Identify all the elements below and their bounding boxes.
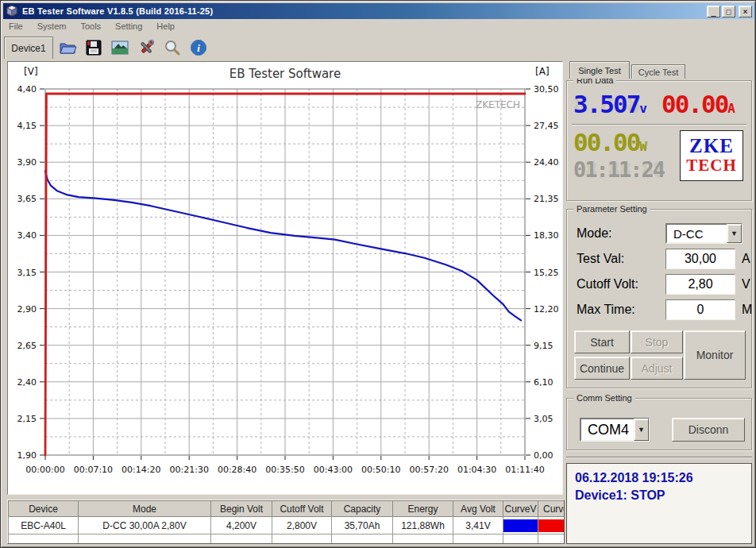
table-row-empty — [9, 534, 565, 545]
menu-system[interactable]: System — [37, 21, 67, 31]
svg-text:4,40: 4,40 — [17, 84, 37, 95]
status-device-state: Device1: STOP — [575, 487, 743, 504]
tab-device1[interactable]: Device1 — [4, 37, 53, 59]
chevron-down-icon[interactable]: ▼ — [634, 419, 649, 441]
zoom-button[interactable] — [160, 37, 184, 59]
svg-text:00:50:10: 00:50:10 — [361, 465, 400, 475]
stop-button[interactable]: Stop — [631, 330, 683, 353]
table-header-row: Device Mode Begin Volt Cutoff Volt Capac… — [9, 501, 565, 517]
svg-text:12,20: 12,20 — [534, 304, 559, 315]
svg-text:00:00:00: 00:00:00 — [25, 465, 64, 475]
svg-text:ZKETECH: ZKETECH — [476, 99, 520, 110]
svg-text:2,65: 2,65 — [17, 341, 37, 351]
svg-text:30,50: 30,50 — [534, 84, 559, 95]
save-icon — [84, 38, 103, 57]
voltage-display: 8.8883.507v — [573, 92, 647, 117]
app-icon — [6, 5, 18, 17]
info-icon: i — [189, 38, 208, 57]
close-button[interactable]: × — [739, 6, 752, 17]
svg-text:00:35:50: 00:35:50 — [265, 465, 304, 475]
chevron-down-icon[interactable]: ▼ — [727, 224, 742, 243]
results-table: Device Mode Begin Volt Cutoff Volt Capac… — [8, 500, 565, 544]
cell-cutoff-volt: 2,800V — [272, 517, 332, 534]
max-time-unit: M — [742, 303, 752, 317]
menu-tools[interactable]: Tools — [80, 21, 101, 31]
comm-setting-label: Comm Setting — [573, 392, 635, 403]
open-folder-icon — [58, 38, 77, 57]
svg-text:EB Tester Software: EB Tester Software — [230, 67, 341, 81]
table-row[interactable]: EBC-A40L D-CC 30,00A 2,80V 4,200V 2,800V… — [9, 517, 565, 534]
svg-text:00:21:30: 00:21:30 — [169, 465, 208, 475]
results-table-panel: Device Mode Begin Volt Cutoff Volt Capac… — [7, 500, 565, 544]
menu-setting[interactable]: Setting — [115, 21, 142, 31]
svg-text:1,90: 1,90 — [17, 450, 37, 461]
start-button[interactable]: Start — [574, 330, 630, 353]
current-display: 88.8800.00A — [662, 92, 735, 117]
image-icon — [110, 38, 129, 57]
settings-tools-button[interactable] — [134, 37, 158, 59]
tab-single-test[interactable]: Single Test — [569, 61, 630, 79]
svg-text:3,05: 3,05 — [534, 414, 554, 424]
tab-cycle-test[interactable]: Cycle Test — [631, 64, 685, 79]
test-val-label: Test Val: — [577, 252, 624, 266]
svg-text:00:14:20: 00:14:20 — [122, 465, 160, 475]
toolbar: Device1 — [4, 33, 754, 59]
svg-text:[V]: [V] — [24, 66, 38, 77]
mode-select[interactable]: D-CC ▼ — [665, 223, 742, 244]
max-time-field[interactable] — [665, 299, 735, 320]
save-button[interactable] — [82, 37, 106, 59]
open-folder-button[interactable] — [56, 37, 79, 59]
cell-mode: D-CC 30,00A 2,80V — [79, 517, 211, 534]
svg-text:2,40: 2,40 — [17, 377, 37, 388]
image-export-button[interactable] — [108, 37, 132, 59]
cutoff-volt-field[interactable] — [665, 274, 735, 295]
cell-curve-v — [503, 517, 538, 534]
col-mode: Mode — [79, 501, 211, 517]
col-begin-volt: Begin Volt — [211, 501, 272, 517]
svg-text:3,15: 3,15 — [17, 268, 37, 278]
menu-help[interactable]: Help — [156, 21, 175, 31]
svg-text:00:57:20: 00:57:20 — [409, 465, 448, 475]
svg-text:24,40: 24,40 — [534, 157, 559, 168]
svg-text:21,35: 21,35 — [534, 194, 559, 204]
disconnect-button[interactable]: Disconn — [672, 418, 745, 442]
time-display: 88:88:8801:11:24 — [573, 159, 664, 180]
curve-v-swatch — [503, 519, 538, 532]
svg-text:15,25: 15,25 — [534, 268, 559, 278]
svg-text:18,30: 18,30 — [534, 230, 559, 241]
panel-divider — [566, 457, 752, 458]
menu-file[interactable]: File — [9, 21, 23, 31]
svg-text:[A]: [A] — [535, 66, 550, 77]
monitor-button[interactable]: Monitor — [684, 330, 746, 380]
col-curve-a: CurveA — [538, 501, 565, 517]
col-capacity: Capacity — [332, 501, 393, 517]
adjust-button[interactable]: Adjust — [631, 357, 683, 380]
discharge-chart: 4,404,153,903,653,403,152,902,652,402,15… — [8, 62, 562, 494]
cell-energy: 121,88Wh — [393, 517, 453, 534]
cutoff-volt-label: Cutoff Volt: — [577, 277, 638, 291]
cell-device: EBC-A40L — [9, 517, 79, 534]
zketech-logo: ZKE TECH — [680, 130, 743, 181]
status-box: 06.12.2018 19:15:26 Device1: STOP — [566, 463, 752, 544]
svg-text:01:04:30: 01:04:30 — [457, 465, 496, 475]
minimize-button[interactable]: _ — [707, 6, 720, 17]
continue-button[interactable]: Continue — [574, 357, 630, 380]
svg-text:01:11:40: 01:11:40 — [505, 465, 544, 475]
parameter-setting-label: Parameter Setting — [573, 203, 650, 214]
parameter-setting-group: Parameter Setting Mode: D-CC ▼ Test Val:… — [566, 209, 752, 388]
menu-bar: File System Tools Setting Help — [4, 19, 754, 33]
test-val-field[interactable] — [665, 249, 735, 269]
svg-text:0,00: 0,00 — [534, 450, 554, 461]
cell-capacity: 35,70Ah — [332, 517, 393, 534]
test-val-unit: A — [742, 252, 750, 266]
window-title: EB Tester Software V1.8.5 (Build 2016-11… — [22, 6, 705, 16]
max-time-label: Max Time: — [577, 303, 635, 317]
power-display: 88.8800.00W — [573, 130, 647, 155]
col-device: Device — [9, 501, 79, 517]
cutoff-volt-unit: V — [742, 277, 750, 291]
com-port-select[interactable]: COM4 ▼ — [580, 418, 650, 442]
maximize-button[interactable]: □ — [722, 6, 735, 17]
svg-text:00:28:40: 00:28:40 — [218, 465, 256, 475]
mode-value: D-CC — [666, 224, 727, 243]
about-button[interactable]: i — [187, 37, 210, 59]
